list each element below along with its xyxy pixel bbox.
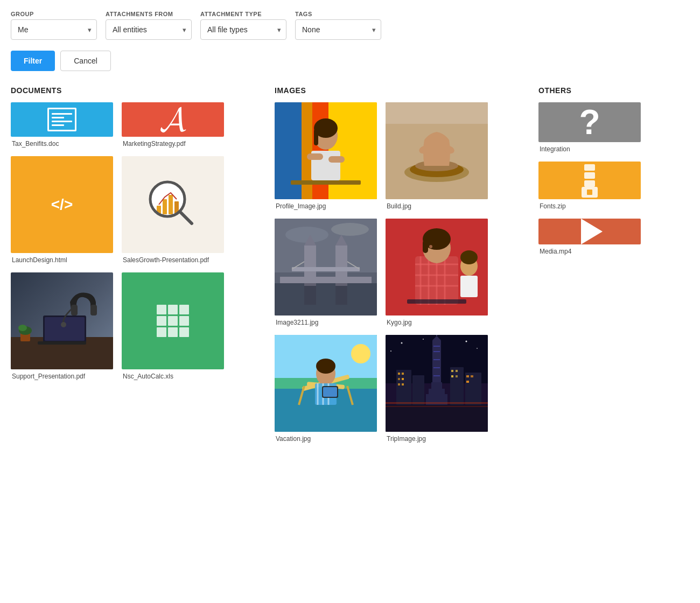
svg-rect-102 (398, 373, 400, 375)
list-item[interactable]: SalesGrowth-Presentation.pdf (122, 156, 224, 264)
svg-rect-98 (396, 370, 411, 405)
build-image-icon (386, 102, 488, 199)
svg-rect-116 (386, 406, 488, 407)
svg-rect-90 (433, 346, 440, 347)
attachments-from-select[interactable]: All entities Contacts Deals Companies (106, 19, 192, 40)
svg-rect-93 (433, 367, 440, 368)
svg-point-63 (429, 245, 432, 248)
images-section: IMAGES (275, 86, 522, 443)
svg-rect-86 (386, 405, 488, 432)
cancel-button[interactable]: Cancel (60, 51, 111, 71)
svg-rect-124 (584, 180, 595, 187)
svg-point-66 (460, 250, 478, 264)
tags-select[interactable]: None Important Archived (295, 19, 381, 40)
file-thumbnail (11, 102, 113, 137)
file-thumbnail: ? (538, 102, 641, 142)
bridge-image-icon (275, 219, 377, 315)
svg-rect-105 (402, 378, 404, 380)
list-item[interactable]: </> LaunchDesign.html (11, 156, 113, 264)
file-name: Tax_Benifits.doc (11, 140, 113, 148)
documents-grid: Tax_Benifits.doc 𝓐 MarketingStrategy.pdf… (11, 102, 258, 380)
svg-rect-62 (423, 240, 428, 253)
list-item[interactable]: Media.mp4 (538, 219, 641, 255)
zip-icon (576, 162, 603, 199)
file-thumbnail (122, 156, 224, 253)
svg-rect-15 (71, 305, 78, 315)
others-grid: ? Integration Fonts.zip (538, 102, 641, 255)
svg-rect-108 (451, 370, 453, 372)
file-name: Kygo.jpg (386, 319, 488, 326)
file-thumbnail (386, 335, 488, 432)
svg-rect-91 (433, 351, 440, 352)
svg-point-119 (466, 341, 467, 342)
svg-point-14 (18, 325, 27, 331)
svg-rect-40 (275, 283, 377, 315)
file-thumbnail (386, 102, 488, 199)
file-name: Support_Presentation.pdf (11, 373, 113, 380)
xls-icon (157, 305, 189, 337)
svg-rect-11 (38, 341, 86, 345)
group-filter: GROUP Me All Team (11, 11, 97, 40)
file-name: TripImage.jpg (386, 435, 488, 443)
file-thumbnail: </> (11, 156, 113, 253)
attachment-type-filter: ATTACHMENT TYPE All file types Documents… (200, 11, 286, 40)
list-item[interactable]: Tax_Benifits.doc (11, 102, 113, 148)
file-name: Fonts.zip (538, 202, 641, 210)
list-item[interactable]: Image3211.jpg (275, 219, 377, 326)
list-item[interactable]: Kygo.jpg (386, 219, 488, 326)
documents-section: DOCUMENTS Tax_Benifits.doc 𝓐 Market (11, 86, 258, 443)
file-thumbnail: 𝓐 (122, 102, 224, 137)
svg-point-117 (401, 342, 403, 344)
images-grid: Profile_Image.jpg (275, 102, 522, 443)
filter-bar: GROUP Me All Team ATTACHMENTS FROM All e… (11, 11, 689, 40)
file-name: Build.jpg (386, 202, 488, 210)
file-thumbnail (275, 335, 377, 432)
list-item[interactable]: Vacation.jpg (275, 335, 377, 443)
list-item[interactable]: Build.jpg (386, 102, 488, 210)
group-label: GROUP (11, 11, 97, 17)
svg-rect-106 (398, 383, 400, 385)
svg-rect-64 (407, 299, 466, 304)
file-name: Profile_Image.jpg (275, 202, 377, 210)
list-item[interactable]: 𝓐 MarketingStrategy.pdf (122, 102, 224, 148)
svg-rect-35 (386, 102, 488, 124)
svg-rect-16 (90, 305, 97, 315)
play-icon (581, 219, 603, 244)
svg-point-17 (61, 322, 66, 327)
svg-rect-49 (304, 283, 316, 305)
svg-rect-45 (292, 267, 360, 271)
svg-point-77 (316, 359, 335, 374)
svg-point-118 (423, 339, 424, 340)
svg-rect-67 (460, 276, 478, 297)
svg-point-71 (351, 344, 370, 363)
svg-rect-114 (466, 381, 469, 383)
svg-rect-50 (335, 283, 347, 305)
svg-rect-111 (456, 375, 458, 377)
list-item[interactable]: Nsc_AutoCalc.xls (122, 272, 224, 380)
list-item[interactable]: ? Integration (538, 102, 641, 153)
file-thumbnail (122, 272, 224, 369)
question-icon: ? (579, 102, 600, 142)
svg-rect-4 (169, 195, 173, 214)
list-item[interactable]: Fonts.zip (538, 162, 641, 210)
svg-rect-95 (431, 382, 442, 389)
list-item[interactable]: Profile_Image.jpg (275, 102, 377, 210)
attachments-from-filter: ATTACHMENTS FROM All entities Contacts D… (106, 11, 192, 40)
kygo-image-icon (386, 219, 488, 315)
list-item[interactable]: TripImage.jpg (386, 335, 488, 443)
documents-title: DOCUMENTS (11, 86, 258, 95)
file-name: Vacation.jpg (275, 435, 377, 443)
svg-rect-48 (280, 277, 372, 283)
svg-rect-126 (587, 190, 592, 195)
group-select[interactable]: Me All Team (11, 19, 97, 40)
list-item[interactable]: Support_Presentation.pdf (11, 272, 113, 380)
svg-rect-112 (466, 375, 469, 377)
images-title: IMAGES (275, 86, 522, 95)
svg-rect-99 (412, 375, 424, 405)
filter-button[interactable]: Filter (11, 51, 55, 71)
svg-rect-123 (584, 172, 595, 179)
file-thumbnail (11, 272, 113, 369)
attachment-type-select[interactable]: All file types Documents Images Videos (200, 19, 286, 40)
file-thumbnail (386, 219, 488, 315)
magnifier-icon (146, 178, 200, 232)
